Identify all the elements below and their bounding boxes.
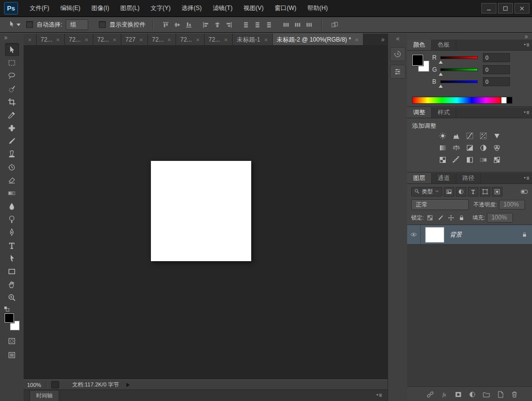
panel-tab[interactable]: 通道 (432, 173, 456, 183)
black-white-icon[interactable] (465, 143, 474, 152)
distribute-horizontal-centers-icon[interactable] (292, 20, 303, 30)
new-layer-icon[interactable] (495, 390, 505, 399)
link-layers-icon[interactable] (425, 390, 435, 399)
menu-item-4[interactable]: 文字(Y) (145, 0, 176, 17)
foreground-color-swatch[interactable] (5, 313, 14, 323)
show-transform-checkbox[interactable] (99, 21, 106, 28)
document-tab[interactable]: 未标题-2 @ 100%(RGB/8) * (273, 34, 364, 46)
gradient-tool[interactable] (5, 186, 19, 199)
move-tool[interactable] (5, 43, 19, 56)
auto-select-checkbox[interactable] (26, 21, 33, 28)
document-tab[interactable]: 72... (205, 34, 233, 46)
lasso-tool[interactable] (5, 69, 19, 82)
menu-item-0[interactable]: 文件(F) (24, 0, 55, 17)
brightness-contrast-icon[interactable] (438, 131, 447, 140)
levels-icon[interactable] (451, 131, 461, 140)
fill-dropdown[interactable]: 100% (487, 213, 513, 223)
canvas-area[interactable] (24, 45, 388, 379)
path-selection-tool[interactable] (5, 252, 19, 265)
lock-position-icon[interactable] (447, 214, 455, 222)
align-vertical-centers-icon[interactable] (172, 20, 183, 30)
dock-expand-icon[interactable] (388, 35, 407, 43)
tools-panel-collapse-icon[interactable] (0, 35, 24, 41)
eyedropper-tool[interactable] (5, 108, 19, 121)
panel-tab[interactable]: 样式 (432, 107, 456, 118)
quick-selection-tool[interactable] (5, 82, 19, 95)
hue-saturation-icon[interactable] (438, 143, 447, 152)
brush-tool[interactable] (5, 134, 19, 147)
channel-value-input[interactable]: 0 (483, 53, 510, 62)
blend-mode-dropdown[interactable]: 正常 (411, 199, 469, 210)
threshold-icon[interactable] (465, 155, 474, 164)
slider-thumb-icon[interactable] (439, 83, 443, 88)
history-panel-icon[interactable] (390, 47, 406, 61)
channel-value-input[interactable]: 0 (483, 65, 510, 74)
menu-item-9[interactable]: 帮助(H) (302, 0, 333, 17)
color-panel-menu-icon[interactable] (523, 42, 530, 49)
adjustments-panel-menu-icon[interactable] (523, 109, 530, 116)
distribute-bottom-edges-icon[interactable] (264, 20, 274, 30)
document-canvas[interactable] (151, 161, 251, 261)
align-bottom-edges-icon[interactable] (184, 20, 194, 30)
channel-mixer-icon[interactable] (492, 143, 501, 152)
close-button[interactable] (514, 3, 529, 14)
document-tab-close-icon[interactable] (264, 38, 268, 42)
layer-style-icon[interactable]: fx (439, 390, 449, 399)
align-top-edges-icon[interactable] (160, 20, 171, 30)
selective-color-icon[interactable] (492, 155, 501, 164)
slider-thumb-icon[interactable] (439, 59, 443, 64)
document-tab[interactable]: 未标题-1 (233, 34, 273, 46)
new-adjustment-layer-icon[interactable] (467, 390, 477, 399)
minimize-button[interactable] (481, 3, 496, 14)
status-proxy-icon[interactable] (51, 381, 59, 388)
distribute-left-edges-icon[interactable] (281, 20, 291, 30)
shape-filter-icon[interactable] (480, 187, 490, 196)
zoom-tool[interactable] (5, 291, 19, 304)
new-group-icon[interactable] (481, 390, 491, 399)
exposure-icon[interactable] (478, 131, 488, 140)
posterize-icon[interactable] (451, 155, 461, 164)
menu-item-2[interactable]: 图像(I) (86, 0, 114, 17)
lock-all-icon[interactable] (457, 214, 465, 222)
slider-thumb-icon[interactable] (439, 71, 443, 76)
hand-tool[interactable] (5, 278, 19, 291)
default-colors-icon[interactable] (4, 306, 24, 313)
quick-mask-button[interactable] (5, 334, 19, 347)
timeline-menu-icon[interactable] (376, 392, 383, 399)
dodge-tool[interactable] (5, 213, 19, 226)
menu-item-1[interactable]: 编辑(E) (55, 0, 86, 17)
panel-tab[interactable]: 色板 (432, 40, 456, 50)
channel-slider[interactable] (440, 68, 478, 71)
channel-slider[interactable] (440, 80, 478, 83)
document-tab[interactable]: 727 (121, 34, 148, 46)
document-tab-close-icon[interactable] (56, 38, 60, 42)
panel-tab[interactable]: 图层 (407, 173, 432, 183)
document-tab-close-icon[interactable] (167, 38, 171, 42)
blur-tool[interactable] (5, 199, 19, 213)
opacity-dropdown[interactable]: 100% (499, 200, 525, 210)
maximize-button[interactable] (498, 3, 513, 14)
menu-item-8[interactable]: 窗口(W) (269, 0, 302, 17)
document-tab[interactable] (24, 34, 37, 46)
panel-tab[interactable]: 路径 (456, 173, 481, 183)
layer-filter-dropdown[interactable]: 类型 (411, 187, 442, 196)
distribute-right-edges-icon[interactable] (304, 20, 314, 30)
distribute-vertical-centers-icon[interactable] (252, 20, 263, 30)
status-menu-arrow-icon[interactable] (125, 382, 131, 388)
document-tab-close-icon[interactable] (224, 38, 228, 42)
gradient-map-icon[interactable] (478, 155, 488, 164)
crop-tool[interactable] (5, 95, 19, 108)
panel-tab[interactable]: 调整 (407, 107, 432, 118)
align-horizontal-centers-icon[interactable] (212, 20, 223, 30)
zoom-level-field[interactable]: 100% (27, 382, 46, 388)
align-left-edges-icon[interactable] (201, 20, 211, 30)
timeline-tab[interactable]: 时间轴 (30, 390, 59, 401)
black-swatch[interactable] (506, 97, 512, 104)
screen-mode-button[interactable] (5, 348, 19, 361)
menu-item-6[interactable]: 滤镜(T) (207, 0, 238, 17)
vibrance-icon[interactable] (492, 131, 501, 140)
invert-icon[interactable] (438, 155, 447, 164)
document-tab-close-icon[interactable] (84, 38, 89, 42)
document-tab[interactable]: 72... (148, 34, 176, 46)
rectangle-tool[interactable] (5, 265, 19, 278)
